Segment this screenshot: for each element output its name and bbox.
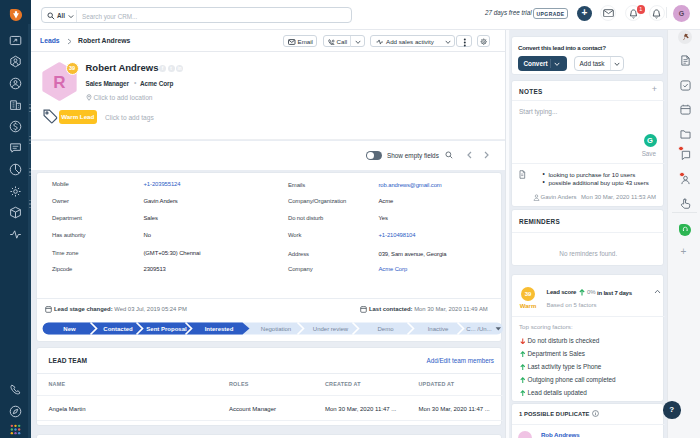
svg-text:Interested: Interested xyxy=(205,325,234,331)
svg-text:Contacted: Contacted xyxy=(103,325,133,331)
svg-text:Sent Proposal: Sent Proposal xyxy=(146,325,187,331)
svg-text:Demo: Demo xyxy=(377,325,394,331)
svg-text:R: R xyxy=(53,73,65,92)
svg-text:New: New xyxy=(63,325,76,331)
svg-text:C... /Un...: C... /Un... xyxy=(466,325,492,331)
svg-text:Under review: Under review xyxy=(313,325,349,331)
svg-text:Negotiation: Negotiation xyxy=(261,325,291,331)
svg-text:Inactive: Inactive xyxy=(428,325,449,331)
